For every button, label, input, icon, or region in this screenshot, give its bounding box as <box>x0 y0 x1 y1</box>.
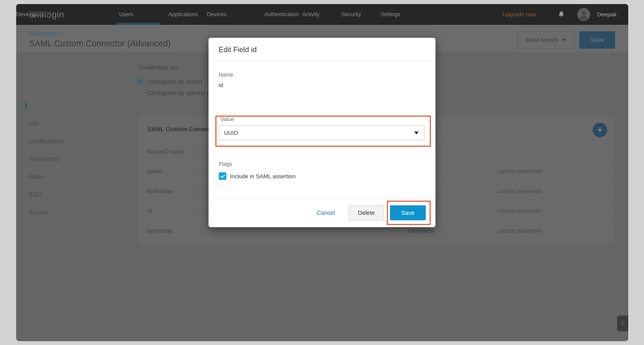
sidebar-section-divider <box>25 97 125 98</box>
name-value: id <box>219 82 223 88</box>
user-name[interactable]: Deepak <box>597 4 617 25</box>
nav-item-devices[interactable]: Devices <box>207 4 226 25</box>
credentials-label: Credentials are <box>138 64 178 71</box>
param-name: lastName <box>148 221 172 241</box>
param-type: custom parameter <box>498 181 542 201</box>
include-in-saml-checkbox[interactable] <box>219 172 226 180</box>
flags-label: Flags <box>219 161 232 167</box>
top-nav: onelogin Users Applications Devices Auth… <box>16 4 628 25</box>
active-nav-underline <box>116 23 160 25</box>
save-annotation-box <box>387 201 430 225</box>
user-avatar[interactable] <box>577 8 590 21</box>
radio-label: Configured by admin <box>148 78 202 85</box>
sidebar-item-rules[interactable]: Rules <box>29 168 44 186</box>
notification-bell-icon[interactable] <box>558 11 565 18</box>
param-name: id <box>148 201 152 221</box>
upgrade-now-link[interactable]: Upgrade now <box>502 4 536 25</box>
sidebar-item-configuration[interactable]: Configuration <box>29 132 64 150</box>
sidebar-item-access[interactable]: Access <box>29 204 48 221</box>
table-header-label: SAML Custom Connecto <box>148 117 216 142</box>
delete-button[interactable]: Delete <box>349 205 384 220</box>
page-save-button[interactable]: Save <box>579 31 615 49</box>
nav-item-settings[interactable]: Settings <box>381 4 400 25</box>
nav-item-security[interactable]: Security <box>342 4 361 25</box>
param-name: NameID value <box>148 142 185 161</box>
app-window: onelogin Users Applications Devices Auth… <box>16 4 628 341</box>
modal-title: Edit Field id <box>219 45 257 54</box>
nav-item-applications[interactable]: Applications <box>168 4 198 25</box>
breadcrumb[interactable]: Applications / <box>29 30 60 36</box>
nav-item-users[interactable]: Users <box>119 4 134 25</box>
modal-header: Edit Field id <box>208 38 436 61</box>
value-dropdown[interactable]: UUID <box>219 125 425 140</box>
checkmark-icon <box>220 173 226 179</box>
nav-item-authentication[interactable]: Authentication <box>264 4 299 25</box>
help-lightbulb-button[interactable] <box>617 316 628 331</box>
param-type: custom parameter <box>498 221 542 241</box>
value-dropdown-selected: UUID <box>224 126 238 140</box>
lightbulb-icon <box>619 319 627 328</box>
add-parameter-button[interactable]: + <box>593 123 607 137</box>
radio-label: Configured by admins a <box>148 90 210 96</box>
checkbox-label: Include in SAML assertion <box>230 173 296 180</box>
more-actions-label: More Actions <box>526 37 559 43</box>
sidebar-item-setup[interactable]: Setup <box>29 4 44 22</box>
cancel-button[interactable]: Cancel <box>314 198 338 228</box>
param-type: custom parameter <box>498 161 542 181</box>
page-title: SAML Custom Connector (Advanced) <box>29 39 171 48</box>
name-label: Name <box>219 72 233 78</box>
sidebar-active-indicator <box>25 102 26 109</box>
sidebar-item-sso[interactable]: SSO <box>29 186 41 204</box>
sidebar-item-parameters[interactable]: Parameters <box>29 150 59 168</box>
param-name: firstName <box>148 181 172 201</box>
radio-configured-by-admin[interactable] <box>136 78 144 85</box>
param-type: custom parameter <box>498 201 542 221</box>
sidebar-item-info[interactable]: Info <box>29 115 39 132</box>
edit-field-modal: Edit Field id Name id Value UUID Flags I… <box>208 38 436 227</box>
value-label: Value <box>220 116 234 122</box>
nav-item-activity[interactable]: Activity <box>302 4 320 25</box>
more-actions-button[interactable]: More Actions <box>517 31 574 49</box>
param-name: email <box>148 161 162 181</box>
radio-configured-by-admins-and[interactable] <box>136 89 144 96</box>
dropdown-caret-icon <box>414 132 419 134</box>
chevron-down-icon <box>562 39 566 41</box>
sidebar-divider <box>125 52 125 341</box>
